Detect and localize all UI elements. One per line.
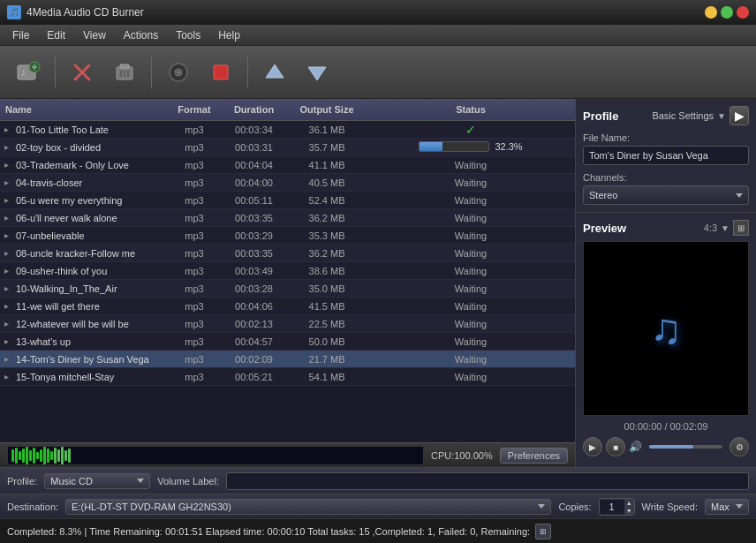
row-size: 36.2 MB [287,248,367,259]
app-icon: 🎵 [7,5,21,19]
profile-select[interactable]: Music CD [44,473,150,489]
preferences-button[interactable]: Preferences [500,448,568,464]
chevron-down-icon [736,193,743,198]
row-size: 21.7 MB [287,354,367,365]
table-row[interactable]: ▸ 05-u were my everything mp3 00:05:11 5… [0,192,575,209]
add-music-button[interactable]: ♪ [11,53,46,92]
menu-view[interactable]: View [74,26,115,44]
preview-expand-button[interactable]: ⊞ [733,220,749,236]
row-number: ▸ [0,177,12,187]
table-row[interactable]: ▸ 09-usher-think of you mp3 00:03:49 38.… [0,262,575,280]
row-format: mp3 [168,301,221,312]
wave-bar [50,451,53,460]
svg-rect-8 [120,64,129,68]
col-format-header: Format [168,102,221,117]
row-format: mp3 [168,124,221,135]
row-number: ▸ [0,230,12,240]
preview-title: Preview [583,222,626,235]
move-down-button[interactable] [299,53,335,92]
file-list-area: Name Format Duration Output Size Status … [0,99,575,467]
maximize-button[interactable] [721,6,733,19]
svg-rect-15 [214,65,228,79]
row-format: mp3 [168,195,221,206]
channels-select[interactable]: Stereo [583,185,749,205]
write-speed-value: Max [711,502,730,512]
wave-bar [22,449,25,463]
row-format: mp3 [168,336,221,347]
chevron-down-icon [736,504,743,509]
menu-tools[interactable]: Tools [167,26,209,44]
clear-button[interactable] [107,53,142,92]
dest-select[interactable]: E:(HL-DT-ST DVD-RAM GH22NS30) [65,499,551,515]
delete-button[interactable] [64,53,100,92]
copies-value[interactable]: 1 [600,500,624,514]
wave-bar [57,449,60,462]
table-row[interactable]: ▸ 12-whatever will be will be mp3 00:02:… [0,315,575,333]
row-status: 32.3% [367,141,575,154]
row-filename: 12-whatever will be will be [12,319,168,329]
table-row[interactable]: ▸ 08-uncle kracker-Follow me mp3 00:03:3… [0,245,575,262]
filename-value: Tom's Diner by Susan Vega [583,146,749,165]
row-status: Waiting [367,319,575,329]
col-duration-header: Duration [221,102,287,117]
minimize-button[interactable] [705,6,717,19]
row-size: 41.5 MB [287,301,367,312]
menu-help[interactable]: Help [209,26,249,44]
right-panel: Profile Basic Settings ▼ ▶ File Name: To… [575,99,756,467]
filename-label: File Name: [583,132,749,143]
volume-slider[interactable] [649,445,722,449]
burn-button[interactable] [161,53,196,92]
menu-actions[interactable]: Actions [115,26,167,44]
table-row[interactable]: ▸ 06-u'll never walk alone mp3 00:03:35 … [0,209,575,227]
row-status: ✓ [367,123,575,137]
row-duration: 00:03:35 [221,248,287,259]
write-speed-label: Write Speed: [642,502,698,512]
menu-file[interactable]: File [4,26,38,44]
row-size: 36.2 MB [287,213,367,223]
volume-label-input[interactable] [226,472,749,490]
row-number: ▸ [0,160,12,170]
file-list-header: Name Format Duration Output Size Status [0,99,575,121]
row-number: ▸ [0,336,12,346]
row-size: 36.1 MB [287,124,367,135]
profile-expand-button[interactable]: ▶ [730,106,749,125]
table-row[interactable]: ▸ 11-we will get there mp3 00:04:06 41.5… [0,298,575,315]
table-row[interactable]: ▸ 13-what's up mp3 00:04:57 50.0 MB Wait… [0,333,575,351]
profile-bar: Profile: Music CD Volume Label: [0,467,756,494]
toolbar: ♪ [0,46,756,99]
progress-bottom-bar: Completed: 8.3% | Time Remaining: 00:01:… [0,518,756,543]
menu-edit[interactable]: Edit [38,26,74,44]
file-list-body: ▸ 01-Too Little Too Late mp3 00:03:34 36… [0,121,575,442]
volume-icon[interactable]: 🔊 [629,441,642,453]
wave-bar [29,450,32,461]
row-format: mp3 [168,319,221,329]
table-row[interactable]: ▸ 04-travis-closer mp3 00:04:00 40.5 MB … [0,174,575,192]
row-duration: 00:02:13 [221,319,287,329]
stop-button[interactable] [203,53,238,92]
table-row[interactable]: ▸ 15-Tonya mitchell-Stay mp3 00:05:21 54… [0,368,575,386]
settings-preview-button[interactable]: ⚙ [730,437,749,456]
profile-settings-label[interactable]: Basic Settings [652,110,714,121]
row-format: mp3 [168,266,221,276]
table-row[interactable]: ▸ 10-Walking_In_The_Air mp3 00:03:28 35.… [0,280,575,298]
row-size: 40.5 MB [287,177,367,188]
row-duration: 00:03:29 [221,230,287,241]
row-duration: 00:03:49 [221,266,287,276]
move-up-button[interactable] [257,53,292,92]
copies-down-button[interactable]: ▼ [624,507,634,515]
stop-preview-button[interactable]: ■ [606,437,625,456]
table-row[interactable]: ▸ 03-Trademark - Only Love mp3 00:04:04 … [0,156,575,174]
copies-up-button[interactable]: ▲ [624,499,634,507]
row-status: Waiting [367,283,575,294]
table-row[interactable]: ▸ 02-toy box - divided mp3 00:03:31 35.7… [0,139,575,156]
play-button[interactable]: ▶ [583,437,602,456]
write-speed-select[interactable]: Max [705,499,749,515]
table-row[interactable]: ▸ 01-Too Little Too Late mp3 00:03:34 36… [0,121,575,139]
wave-bar [11,449,14,462]
table-row[interactable]: ▸ 14-Tom's Diner by Susan Vega mp3 00:02… [0,351,575,368]
table-row[interactable]: ▸ 07-unbelievable mp3 00:03:29 35.3 MB W… [0,227,575,245]
close-button[interactable] [737,6,749,19]
expand-progress-button[interactable]: ⊞ [535,524,551,539]
row-format: mp3 [168,230,221,241]
row-status: Waiting [367,195,575,206]
